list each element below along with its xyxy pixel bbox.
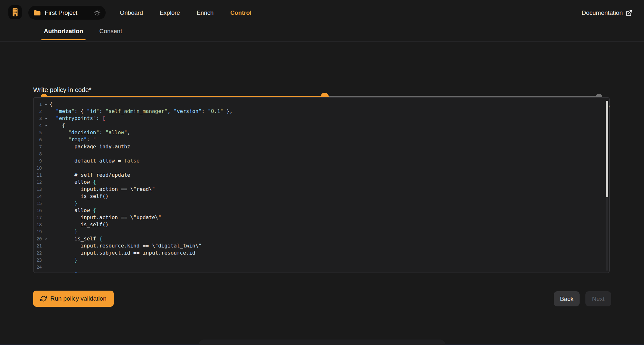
- fold-spacer: [42, 264, 50, 271]
- fold-spacer: [42, 172, 50, 179]
- code-editor[interactable]: 1{2 "meta": { "id": "self_admin_manager"…: [33, 97, 610, 273]
- line-number: 22: [33, 249, 42, 256]
- code-text: }: [50, 228, 609, 235]
- line-number: 14: [33, 193, 42, 200]
- fold-chevron-icon[interactable]: [42, 235, 50, 242]
- code-line: 13 input.action == \"read\": [33, 186, 609, 193]
- stepper: Define Builder Summary: [0, 42, 644, 74]
- documentation-link[interactable]: Documentation: [582, 0, 632, 26]
- code-line: 23 }: [33, 256, 609, 264]
- fold-spacer: [42, 193, 50, 200]
- code-text: "entrypoints": [: [50, 115, 609, 122]
- fold-spacer: [42, 214, 50, 221]
- fold-spacer: [42, 200, 50, 207]
- bottom-dock-hint: [199, 340, 445, 345]
- line-number: 17: [33, 214, 42, 221]
- fold-spacer: [42, 207, 50, 214]
- line-number: 8: [33, 150, 42, 157]
- line-number: 2: [33, 108, 42, 115]
- editor-scrollbar-thumb[interactable]: [606, 101, 608, 197]
- code-text: "decision": "allow",: [50, 129, 609, 136]
- line-number: 5: [33, 129, 42, 136]
- fold-spacer: [42, 136, 50, 143]
- line-number: 23: [33, 256, 42, 264]
- code-text: [50, 150, 609, 157]
- code-line: 24: [33, 264, 609, 271]
- building-icon: [11, 8, 19, 17]
- line-number: 1: [33, 101, 42, 108]
- code-text: [50, 164, 609, 172]
- code-text: input.subject.id == input.resource.id: [50, 249, 609, 256]
- run-policy-validation-button[interactable]: Run policy validation: [33, 291, 114, 307]
- code-text: allow {: [50, 207, 609, 214]
- gear-icon[interactable]: [94, 9, 100, 16]
- code-line: 16 allow {: [33, 207, 609, 214]
- code-line: 18 is_self(): [33, 221, 609, 228]
- code-line: 7 package indy.authz: [33, 143, 609, 150]
- fold-spacer: [42, 186, 50, 193]
- code-line: 4 {: [33, 122, 609, 129]
- line-number: 4: [33, 122, 42, 129]
- fold-chevron-icon[interactable]: [42, 122, 50, 129]
- app-root: First Project OnboardExploreEnrichContro…: [0, 0, 644, 345]
- documentation-label: Documentation: [582, 9, 623, 16]
- code-text: input.action == \"update\": [50, 214, 609, 221]
- code-text: }: [50, 200, 609, 207]
- app-logo-button[interactable]: [8, 5, 22, 19]
- primary-nav: OnboardExploreEnrichControl: [120, 0, 251, 26]
- back-button[interactable]: Back: [554, 291, 580, 306]
- external-link-icon: [626, 10, 632, 16]
- code-text: package indy.authz: [50, 143, 609, 150]
- tab-authorization[interactable]: Authorization: [41, 26, 86, 40]
- line-number: 7: [33, 143, 42, 150]
- line-number: 15: [33, 200, 42, 207]
- line-number: 13: [33, 186, 42, 193]
- line-number: 9: [33, 157, 42, 164]
- code-text: "rego": ": [50, 136, 609, 143]
- code-line: 20 is_self {: [33, 235, 609, 242]
- code-line: 1{: [33, 101, 609, 108]
- fold-spacer: [42, 108, 50, 115]
- nav-item-explore[interactable]: Explore: [160, 9, 180, 16]
- code-content: 1{2 "meta": { "id": "self_admin_manager"…: [33, 98, 609, 273]
- line-number: 25: [33, 271, 42, 273]
- folder-icon: [33, 10, 41, 16]
- line-number: 16: [33, 207, 42, 214]
- project-switcher[interactable]: First Project: [28, 6, 106, 20]
- nav-item-onboard[interactable]: Onboard: [120, 9, 143, 16]
- code-line: 19 }: [33, 228, 609, 235]
- fold-spacer: [42, 179, 50, 186]
- tabs: AuthorizationConsent: [41, 26, 125, 40]
- code-text: [50, 264, 609, 271]
- code-text: {: [50, 122, 609, 129]
- code-text: # self read/update: [50, 172, 609, 179]
- code-line: 21 input.resource.kind == \"digital_twin…: [33, 242, 609, 249]
- code-line: 14 is_self(): [33, 193, 609, 200]
- nav-item-control[interactable]: Control: [230, 9, 251, 16]
- line-number: 3: [33, 115, 42, 122]
- fold-spacer: [42, 157, 50, 164]
- fold-spacer: [42, 271, 50, 273]
- code-line: 5 "decision": "allow",: [33, 129, 609, 136]
- fold-spacer: [42, 143, 50, 150]
- fold-chevron-icon[interactable]: [42, 115, 50, 122]
- tab-consent[interactable]: Consent: [97, 26, 125, 40]
- next-button[interactable]: Next: [585, 291, 611, 306]
- code-text: {: [50, 101, 609, 108]
- line-number: 12: [33, 179, 42, 186]
- fold-spacer: [42, 249, 50, 256]
- code-text: "meta": { "id": "self_admin_manager", "v…: [50, 108, 609, 115]
- run-policy-validation-label: Run policy validation: [50, 295, 106, 302]
- fold-spacer: [42, 164, 50, 172]
- code-line: 25 # manager scope: [33, 271, 609, 273]
- code-line: 17 input.action == \"update\": [33, 214, 609, 221]
- line-number: 24: [33, 264, 42, 271]
- fold-spacer: [42, 221, 50, 228]
- code-line: 2 "meta": { "id": "self_admin_manager", …: [33, 108, 609, 115]
- code-line: 9 default allow = false: [33, 157, 609, 164]
- code-line: 3 "entrypoints": [: [33, 115, 609, 122]
- editor-field-label: Write policy in code*: [33, 86, 91, 94]
- nav-item-enrich[interactable]: Enrich: [197, 9, 213, 16]
- fold-spacer: [42, 256, 50, 264]
- fold-chevron-icon[interactable]: [42, 101, 50, 108]
